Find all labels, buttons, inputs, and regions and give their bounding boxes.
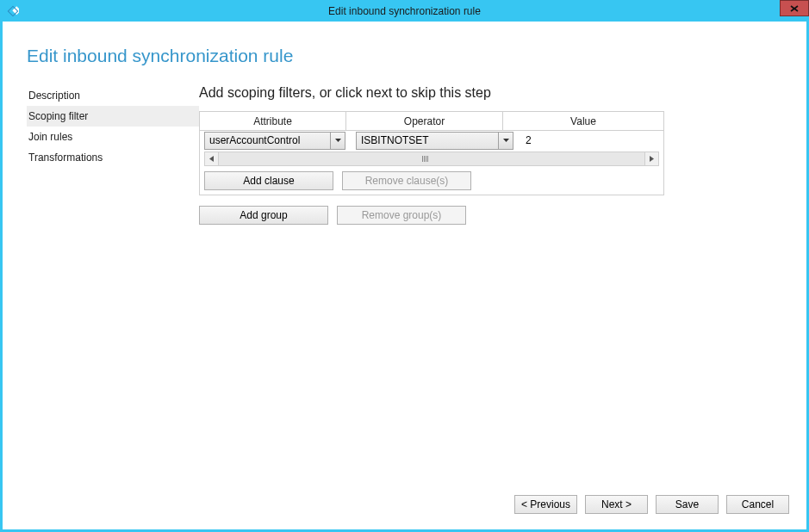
filter-header-row: Attribute Operator Value [200,112,663,131]
operator-dropdown-value: ISBITNOTSET [357,134,498,146]
app-icon [2,0,23,22]
svg-marker-7 [650,156,654,162]
footer-buttons: < Previous Next > Save Cancel [514,495,789,514]
svg-marker-4 [335,139,341,142]
previous-button[interactable]: < Previous [514,495,577,514]
add-group-button[interactable]: Add group [199,206,328,225]
group-button-row: Add group Remove group(s) [199,206,796,225]
remove-clause-button[interactable]: Remove clause(s) [342,171,471,190]
sidebar-item-join-rules[interactable]: Join rules [27,127,199,147]
add-clause-button[interactable]: Add clause [204,171,333,190]
operator-dropdown[interactable]: ISBITNOTSET [356,132,513,150]
filter-row: userAccountControl ISBITNOTSET [200,131,663,150]
sidebar-item-label: Join rules [28,131,72,143]
header-operator: Operator [346,112,503,131]
horizontal-scrollbar[interactable] [204,152,659,166]
chevron-right-icon [650,156,654,162]
filter-group: Attribute Operator Value userAccountCont… [199,111,664,195]
sidebar: Description Scoping filter Join rules Tr… [27,85,199,225]
cancel-button[interactable]: Cancel [726,495,789,514]
chevron-down-icon [498,133,513,149]
clause-button-row: Add clause Remove clause(s) [200,170,663,195]
sidebar-item-description[interactable]: Description [27,85,199,106]
header-attribute: Attribute [200,112,346,131]
scroll-thumb[interactable] [419,156,431,162]
save-button[interactable]: Save [656,495,719,514]
sidebar-item-label: Scoping filter [28,110,88,122]
sidebar-item-scoping-filter[interactable]: Scoping filter [27,106,199,127]
close-icon [790,5,799,12]
sidebar-item-label: Transformations [28,152,103,164]
instruction-text: Add scoping filters, or click next to sk… [199,85,796,101]
sidebar-item-label: Description [28,90,80,102]
attribute-dropdown-value: userAccountControl [205,134,330,146]
titlebar: Edit inbound synchronization rule [0,0,809,22]
next-button[interactable]: Next > [585,495,648,514]
value-input[interactable] [524,133,662,149]
scroll-track[interactable] [219,152,644,166]
chevron-down-icon [330,133,345,149]
svg-marker-6 [209,156,214,162]
close-button[interactable] [780,0,809,16]
main-panel: Add scoping filters, or click next to sk… [199,85,796,225]
chevron-left-icon [209,156,214,162]
header-value: Value [503,112,663,131]
remove-group-button[interactable]: Remove group(s) [337,206,466,225]
page-heading: Edit inbound synchronization rule [27,46,796,66]
scroll-left-button[interactable] [204,152,219,166]
svg-marker-5 [503,139,509,142]
attribute-dropdown[interactable]: userAccountControl [204,132,345,150]
sidebar-item-transformations[interactable]: Transformations [27,147,199,168]
scroll-right-button[interactable] [644,152,659,166]
window-title: Edit inbound synchronization rule [0,5,809,17]
